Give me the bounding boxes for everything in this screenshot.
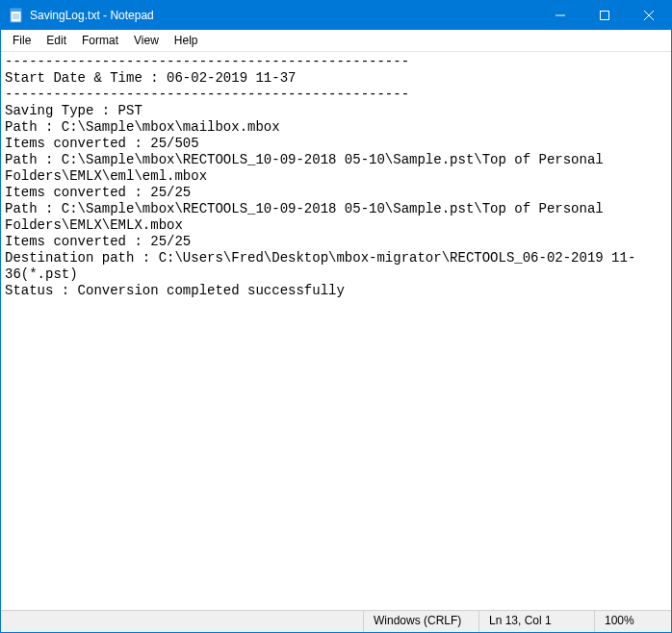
menu-file[interactable]: File (5, 32, 39, 49)
close-button[interactable] (627, 1, 671, 30)
svg-rect-1 (11, 9, 21, 12)
window-controls (538, 1, 671, 30)
status-cursor: Ln 13, Col 1 (478, 611, 594, 632)
svg-rect-6 (601, 12, 609, 20)
menubar: File Edit Format View Help (1, 30, 671, 52)
maximize-button[interactable] (582, 1, 627, 30)
status-encoding: Windows (CRLF) (363, 611, 478, 632)
window-title: SavingLog.txt - Notepad (30, 1, 538, 30)
status-spacer (1, 611, 363, 632)
status-zoom: 100% (594, 611, 671, 632)
menu-edit[interactable]: Edit (39, 32, 74, 49)
text-area[interactable]: ----------------------------------------… (1, 52, 671, 610)
statusbar: Windows (CRLF) Ln 13, Col 1 100% (1, 610, 671, 632)
menu-view[interactable]: View (126, 32, 167, 49)
titlebar: SavingLog.txt - Notepad (1, 1, 671, 30)
minimize-button[interactable] (538, 1, 582, 30)
menu-format[interactable]: Format (74, 32, 126, 49)
menu-help[interactable]: Help (167, 32, 206, 49)
notepad-icon (9, 8, 24, 23)
